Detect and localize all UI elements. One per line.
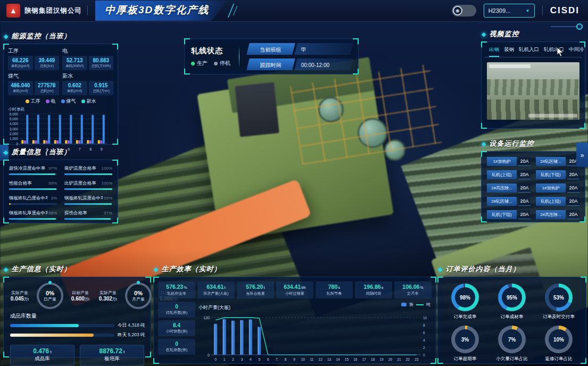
- legend-item[interactable]: 工序: [26, 98, 40, 105]
- stock-bar-text: 昨天 5,203 吨: [118, 332, 145, 338]
- order-gauge-label: 返修订单占比: [545, 356, 573, 362]
- svg-text:17: 17: [362, 357, 367, 361]
- camera-tab-中间冷[interactable]: 中间冷: [569, 46, 584, 57]
- device-label-button[interactable]: 2#高压除...: [487, 184, 517, 193]
- order-gauge-label: 订单及时交付率: [543, 314, 575, 320]
- device-label-button[interactable]: 轧机(下辊): [536, 170, 566, 179]
- line-status-row: 当前班组甲: [248, 43, 352, 55]
- top-header: ▲ 陕钢集团汉钢公司 中厚板3D数字化产线 ◉ H2309... ▼ CISDI: [0, 0, 588, 22]
- device-row: 2#轧区辅...20A: [536, 157, 579, 166]
- status-dot: [214, 62, 218, 65]
- efficiency-side-card: 8.4小时块数(块): [158, 320, 195, 336]
- device-label-button[interactable]: 1#加热炉: [536, 184, 566, 193]
- device-monitor-panel: ◆ 设备运行监控 1#加热炉20A2#轧区辅...20A轧机(上辊)20A轧机(…: [481, 151, 585, 222]
- target-value: 0.600万t: [67, 296, 94, 302]
- slider-knob[interactable]: [576, 23, 583, 30]
- header-divider: [87, 6, 88, 15]
- stock-bar: 昨天 5,203 吨: [10, 332, 144, 338]
- donut-percent: 10%: [553, 337, 564, 343]
- efficiency-stat-card: 576.20t当班合格量: [237, 281, 274, 298]
- legend-bar-swatch: [401, 303, 407, 306]
- quality-value: 98%: [48, 211, 57, 215]
- efficiency-side-stats: 0待轧坯数(块)8.4小时块数(块)0在轧块数(块): [158, 302, 195, 364]
- quality-label: 超快冷温度命中率: [9, 165, 45, 172]
- production-gauge: 实际产量0.045万t0%日产量目标产量0.600万t: [6, 282, 94, 309]
- legend-item[interactable]: 煤气: [61, 98, 76, 105]
- device-label-button[interactable]: 2#轧区辅...: [487, 197, 517, 206]
- svg-text:11: 11: [310, 357, 313, 361]
- efficiency-stats: 576.23%轧机作业率634.61t班次产量(大板)576.20t当班合格量6…: [154, 277, 436, 298]
- warehouse-value: 0.476t: [11, 347, 74, 355]
- line-status-info: 当前班组甲跟踪时间00:00-12:00: [248, 43, 352, 70]
- energy-panel-title: ◆ 能源监控（当班）: [4, 31, 71, 41]
- production-gauges: 实际产量0.045万t0%日产量目标产量0.600万t实际产量0.302万t0%…: [4, 277, 151, 310]
- efficiency-stat-card: 780s轧制节奏: [316, 281, 353, 298]
- diamond-icon: ◆: [4, 149, 8, 156]
- camera-tab-轧机入口[interactable]: 轧机入口: [519, 46, 539, 57]
- svg-text:4: 4: [423, 338, 425, 342]
- order-gauge-label: 订单超期率: [454, 356, 477, 362]
- energy-unit-label: 单耗(m³/t): [64, 88, 85, 93]
- legend-item[interactable]: 电: [46, 98, 56, 105]
- energy-value: 39.449: [36, 57, 59, 63]
- mouse-cursor: [557, 47, 564, 57]
- camera-feed[interactable]: [487, 62, 579, 120]
- corner-decoration: [353, 38, 359, 44]
- quality-value: 97%: [48, 166, 57, 171]
- quality-bar-fill: [9, 188, 56, 190]
- corner-decoration: [112, 44, 118, 49]
- device-label-button[interactable]: 轧机(上辊): [487, 170, 517, 179]
- svg-text:8: 8: [423, 323, 425, 327]
- device-current-value: 20A: [567, 184, 579, 193]
- stock-bars: 今日 4,318 吨昨天 5,203 吨: [10, 322, 144, 338]
- stat-value: 780s: [316, 284, 352, 290]
- device-label-button[interactable]: 轧机(下辊): [487, 210, 517, 219]
- heat-number-select[interactable]: H2309... ▼: [484, 4, 535, 18]
- warehouse-card: 8876.72t板坯库: [80, 345, 144, 365]
- device-current-value: 20A: [567, 210, 579, 219]
- device-label-button[interactable]: 2#高压除...: [536, 210, 566, 219]
- stat-value: 634.41t/h: [277, 284, 313, 290]
- efficiency-stat-card: 634.41t/h小时过钢量: [276, 281, 313, 298]
- svg-text:6: 6: [423, 331, 425, 335]
- cisdi-logo: CISDI: [550, 5, 579, 16]
- camera-tab-装钢[interactable]: 装钢: [504, 46, 514, 57]
- corner-decoration: [437, 358, 443, 364]
- svg-text:0: 0: [423, 353, 425, 357]
- quality-bar-track: [64, 188, 112, 190]
- quality-value: 97%: [104, 211, 112, 215]
- donut-percent: 95%: [507, 295, 517, 301]
- quality-bar-fill: [64, 218, 111, 220]
- status-label: 生产: [197, 60, 208, 67]
- hour-chart-legend[interactable]: 块 吨: [401, 302, 430, 307]
- svg-text:10: 10: [423, 316, 427, 320]
- gauge-name: 月产量: [132, 296, 145, 302]
- device-label-button[interactable]: 1#加热炉: [487, 157, 517, 166]
- quality-item: 装炉温度合格率100%: [64, 165, 112, 175]
- order-donut: 7%: [498, 326, 526, 353]
- status-value: 甲: [294, 43, 353, 55]
- quality-label: 探伤合格率: [64, 210, 87, 217]
- svg-text:8: 8: [285, 357, 287, 361]
- donut-percent: 98%: [460, 295, 470, 301]
- energy-unit-label: 总耗(m³): [36, 88, 57, 93]
- legend-item[interactable]: 新水: [81, 98, 96, 105]
- energy-unit-label: 单耗(kgce/t): [10, 63, 31, 68]
- corner-decoration: [145, 277, 151, 282]
- order-donut: 95%: [498, 284, 526, 311]
- device-label-button[interactable]: 轧机(上辊): [536, 197, 566, 206]
- corner-decoration: [581, 277, 586, 282]
- eye-icon: ◉: [453, 6, 462, 15]
- device-label-button[interactable]: 2#轧区辅...: [536, 157, 566, 166]
- camera-tab-出钢[interactable]: 出钢: [489, 46, 499, 57]
- energy-value: 68.226: [9, 57, 32, 63]
- energy-legend[interactable]: 工序电煤气新水: [4, 98, 118, 105]
- visibility-toggle[interactable]: ◉: [452, 5, 476, 16]
- layer-slider[interactable]: [551, 23, 583, 30]
- legend-line-swatch: [416, 304, 424, 305]
- quality-label: 钢板终轧凸度命中率: [9, 195, 47, 202]
- collapse-right-button[interactable]: »: [576, 143, 588, 167]
- company-logo-icon: ▲: [6, 4, 20, 18]
- energy-metric-card: 486.040单耗(m³/t): [8, 81, 33, 95]
- order-gauge: 53%订单及时交付率: [537, 284, 581, 320]
